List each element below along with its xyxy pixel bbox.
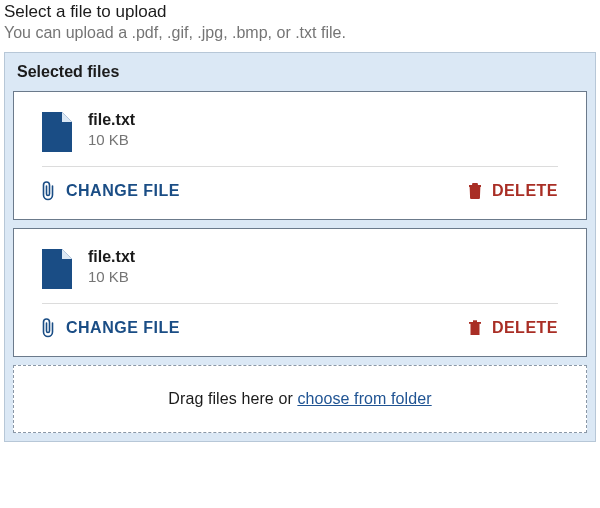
delete-button[interactable]: DELETE	[468, 182, 558, 200]
panel-heading: Selected files	[5, 53, 595, 91]
page-title: Select a file to upload	[4, 2, 596, 22]
file-size: 10 KB	[88, 268, 135, 285]
dropzone-text: Drag files here or	[168, 390, 297, 407]
svg-rect-4	[469, 322, 481, 324]
trash-icon	[468, 319, 482, 337]
svg-rect-3	[470, 323, 479, 335]
file-name: file.txt	[88, 110, 135, 131]
file-card: file.txt 10 KB CHANGE FILE	[13, 91, 587, 220]
file-card: file.txt 10 KB CHANGE FILE	[13, 228, 587, 357]
svg-rect-0	[470, 186, 479, 198]
dropzone[interactable]: Drag files here or choose from folder	[13, 365, 587, 433]
paperclip-icon	[42, 181, 56, 201]
choose-from-folder-link[interactable]: choose from folder	[297, 390, 431, 407]
page-hint: You can upload a .pdf, .gif, .jpg, .bmp,…	[4, 24, 596, 42]
file-icon	[42, 249, 72, 289]
delete-label: DELETE	[492, 319, 558, 337]
delete-label: DELETE	[492, 182, 558, 200]
change-file-button[interactable]: CHANGE FILE	[42, 318, 180, 338]
delete-button[interactable]: DELETE	[468, 319, 558, 337]
selected-files-panel: Selected files file.txt 10 KB	[4, 52, 596, 442]
svg-rect-1	[469, 185, 481, 187]
svg-rect-5	[473, 320, 477, 322]
svg-rect-2	[473, 183, 477, 185]
file-icon	[42, 112, 72, 152]
paperclip-icon	[42, 318, 56, 338]
change-file-label: CHANGE FILE	[66, 319, 180, 337]
change-file-label: CHANGE FILE	[66, 182, 180, 200]
trash-icon	[468, 182, 482, 200]
file-size: 10 KB	[88, 131, 135, 148]
change-file-button[interactable]: CHANGE FILE	[42, 181, 180, 201]
file-name: file.txt	[88, 247, 135, 268]
